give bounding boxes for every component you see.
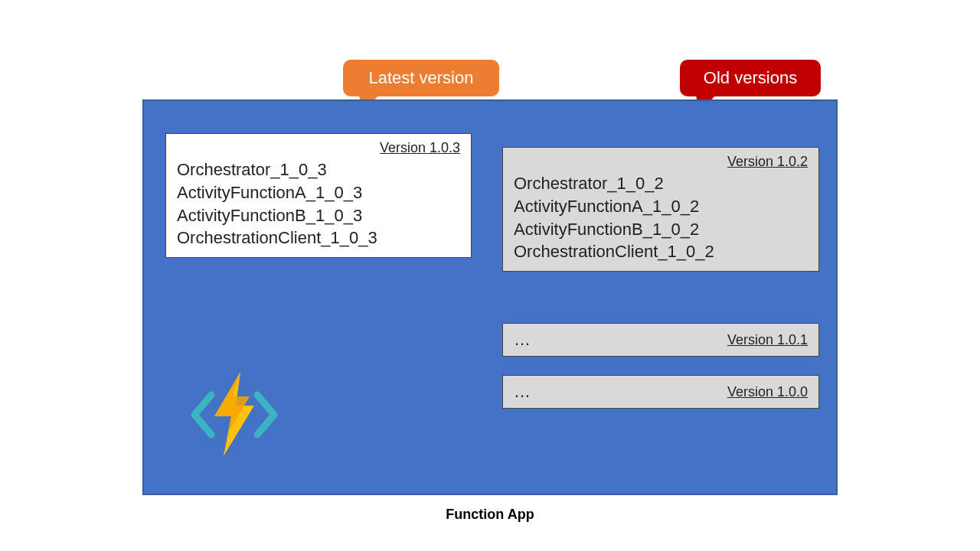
callout-latest-label: Latest version bbox=[369, 68, 474, 88]
function-name: Orchestrator_1_0_2 bbox=[514, 172, 808, 195]
function-name: OrchestrationClient_1_0_3 bbox=[177, 227, 460, 249]
callout-latest-version: Latest version bbox=[343, 60, 499, 96]
diagram-caption: Function App bbox=[142, 507, 838, 523]
version-label: Version 1.0.2 bbox=[514, 152, 808, 171]
version-card-latest: Version 1.0.3 Orchestrator_1_0_3 Activit… bbox=[165, 133, 472, 258]
function-name: ActivityFunctionB_1_0_2 bbox=[514, 218, 808, 241]
callout-old-versions: Old versions bbox=[680, 60, 821, 96]
ellipsis-icon: … bbox=[514, 328, 531, 351]
function-name: ActivityFunctionB_1_0_3 bbox=[177, 204, 460, 227]
version-label: Version 1.0.3 bbox=[177, 139, 460, 157]
function-app-container: Version 1.0.3 Orchestrator_1_0_3 Activit… bbox=[142, 99, 838, 495]
version-card-1-0-1: … Version 1.0.1 bbox=[502, 323, 819, 357]
version-card-1-0-0: … Version 1.0.0 bbox=[502, 375, 819, 409]
callout-old-label: Old versions bbox=[704, 68, 797, 88]
version-label: Version 1.0.0 bbox=[531, 383, 808, 401]
version-card-1-0-2: Version 1.0.2 Orchestrator_1_0_2 Activit… bbox=[502, 147, 819, 272]
function-name: OrchestrationClient_1_0_2 bbox=[514, 240, 808, 263]
function-name: ActivityFunctionA_1_0_3 bbox=[177, 181, 460, 204]
version-label: Version 1.0.1 bbox=[531, 331, 808, 349]
azure-functions-icon bbox=[188, 367, 280, 459]
function-name: Orchestrator_1_0_3 bbox=[177, 158, 460, 181]
function-name: ActivityFunctionA_1_0_2 bbox=[514, 195, 808, 218]
ellipsis-icon: … bbox=[514, 380, 531, 403]
